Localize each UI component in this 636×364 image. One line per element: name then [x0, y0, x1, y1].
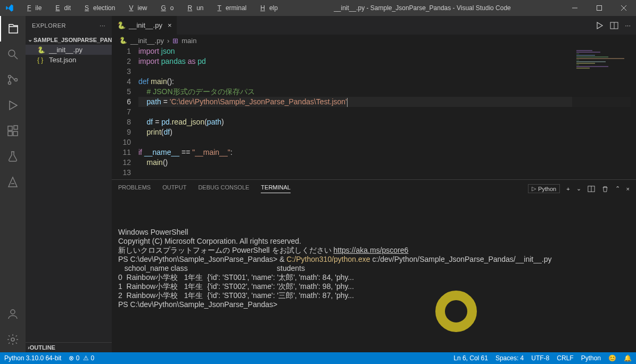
terminal-profile[interactable]: ▷ Python	[528, 184, 560, 193]
file-name: __init__.py	[49, 46, 82, 54]
editor-tab[interactable]: 🐍 __init__.py ×	[112, 16, 177, 35]
run-icon[interactable]	[595, 21, 604, 30]
menu-go[interactable]: Go	[152, 2, 178, 14]
eol[interactable]: CRLF	[557, 354, 573, 362]
file-item[interactable]: 🐍__init__.py	[26, 45, 112, 55]
caret-right-icon: ▷	[532, 185, 536, 192]
svg-point-7	[9, 82, 11, 85]
notifications-icon[interactable]: 🔔	[624, 354, 632, 362]
file-icon: { }	[37, 56, 46, 64]
panel-tab-output[interactable]: OUTPUT	[162, 184, 186, 193]
code-editor[interactable]: 12345678910111213 import jsonimport pand…	[112, 46, 636, 179]
terminal-shell-name: Python	[538, 186, 556, 192]
extensions-icon[interactable]	[0, 118, 26, 144]
feedback-icon[interactable]: 😊	[608, 354, 616, 362]
terminal-line: school_name class students	[118, 264, 630, 273]
search-icon[interactable]	[0, 42, 26, 67]
minimap[interactable]	[572, 46, 636, 179]
highlight-circle	[435, 291, 477, 332]
project-folder[interactable]: ⌄ SAMPLE_JSONPARSE_PAN...	[26, 35, 112, 45]
svg-rect-12	[14, 126, 18, 129]
close-button[interactable]	[612, 0, 636, 16]
activitybar	[0, 16, 26, 352]
svg-rect-11	[13, 131, 18, 136]
terminal-line: 新しいクロスプラットフォームの PowerShell をお試しください http…	[118, 246, 630, 255]
panel: PROBLEMSOUTPUTDEBUG CONSOLETERMINAL ▷ Py…	[112, 179, 636, 352]
terminal-dropdown-icon[interactable]: ⌄	[576, 185, 581, 192]
warning-icon: ⚠	[83, 354, 89, 362]
python-file-icon: 🐍	[117, 21, 126, 29]
menu-terminal[interactable]: Terminal	[209, 2, 251, 14]
menu-selection[interactable]: Selection	[76, 2, 119, 14]
new-terminal-icon[interactable]: +	[566, 186, 569, 192]
azure-icon[interactable]	[0, 169, 26, 195]
line-numbers: 12345678910111213	[112, 46, 138, 179]
svg-point-8	[15, 79, 18, 81]
split-editor-icon[interactable]	[610, 21, 618, 30]
svg-line-5	[14, 56, 18, 59]
statusbar: Python 3.10.0 64-bit ⊗ 0 ⚠ 0 Ln 6, Col 6…	[0, 352, 636, 364]
editor-tabs: 🐍 __init__.py × ···	[112, 16, 636, 35]
panel-tab-debug-console[interactable]: DEBUG CONSOLE	[198, 184, 249, 193]
terminal-line: Windows PowerShell	[118, 228, 630, 237]
breadcrumb[interactable]: 🐍 __init__.py › ⊞ main	[112, 35, 636, 46]
project-name: SAMPLE_JSONPARSE_PAN...	[34, 37, 117, 43]
split-terminal-icon[interactable]	[588, 185, 595, 193]
explorer-icon[interactable]	[0, 16, 26, 42]
file-icon: 🐍	[37, 46, 46, 54]
panel-tab-problems[interactable]: PROBLEMS	[118, 184, 151, 193]
file-name: Test.json	[49, 56, 76, 64]
encoding[interactable]: UTF-8	[531, 354, 549, 362]
menu-run[interactable]: Run	[179, 2, 208, 14]
close-panel-icon[interactable]: ×	[626, 186, 630, 192]
maximize-panel-icon[interactable]: ⌃	[615, 185, 620, 192]
panel-tabs: PROBLEMSOUTPUTDEBUG CONSOLETERMINAL ▷ Py…	[112, 180, 636, 197]
menu-view[interactable]: View	[120, 2, 151, 14]
minimize-button[interactable]	[563, 0, 587, 16]
svg-rect-10	[8, 131, 12, 136]
menu-edit[interactable]: Edit	[47, 2, 75, 14]
terminal-line: 2 Rainbow小学校 1年生 {'id': 'ST003', 'name':…	[118, 291, 630, 300]
menu-file[interactable]: File	[19, 2, 46, 14]
breadcrumb-symbol[interactable]: main	[181, 37, 196, 45]
cursor-position[interactable]: Ln 6, Col 61	[453, 354, 488, 362]
outline-label: OUTLINE	[30, 344, 55, 351]
accounts-icon[interactable]	[0, 301, 26, 327]
svg-point-6	[9, 76, 11, 78]
menu-help[interactable]: Help	[252, 2, 282, 14]
svg-point-13	[11, 310, 15, 314]
titlebar: FileEditSelectionViewGoRunTerminalHelp _…	[0, 0, 636, 16]
maximize-button[interactable]	[587, 0, 612, 16]
file-item[interactable]: { }Test.json	[26, 55, 112, 65]
close-tab-icon[interactable]: ×	[168, 21, 172, 29]
explorer-title: EXPLORER	[32, 22, 66, 29]
terminal-content[interactable]: Windows PowerShellCopyright (C) Microsof…	[112, 197, 636, 352]
svg-point-4	[9, 50, 15, 56]
vscode-logo-icon	[0, 4, 19, 12]
chevron-right-icon: ›	[167, 37, 169, 45]
settings-icon[interactable]	[0, 327, 26, 352]
terminal-line: Copyright (C) Microsoft Corporation. All…	[118, 237, 630, 246]
source-control-icon[interactable]	[0, 67, 26, 93]
breadcrumb-file[interactable]: __init__.py	[130, 37, 164, 45]
more-actions-icon[interactable]: ···	[625, 21, 631, 29]
indentation[interactable]: Spaces: 4	[495, 354, 524, 362]
code-content[interactable]: import jsonimport pandas as pddef main()…	[138, 46, 636, 179]
error-icon: ⊗	[69, 354, 74, 362]
language-mode[interactable]: Python	[581, 354, 601, 362]
panel-tab-terminal[interactable]: TERMINAL	[261, 184, 291, 193]
testing-icon[interactable]	[0, 144, 26, 169]
editor-group: 🐍 __init__.py × ··· 🐍 __init__.py › ⊞ ma…	[112, 16, 636, 352]
kill-terminal-icon[interactable]	[601, 185, 609, 193]
menubar: FileEditSelectionViewGoRunTerminalHelp	[19, 2, 282, 14]
run-debug-icon[interactable]	[0, 93, 26, 118]
python-version[interactable]: Python 3.10.0 64-bit	[4, 354, 61, 362]
python-file-icon: 🐍	[119, 37, 127, 44]
more-icon[interactable]: ···	[100, 22, 105, 29]
terminal-line: PS C:\dev\Python\Sample_JsonParse_Pandas…	[118, 300, 630, 309]
outline-section[interactable]: › OUTLINE	[26, 342, 112, 352]
svg-rect-1	[597, 6, 602, 11]
terminal-actions: ▷ Python + ⌄ ⌃ ×	[528, 184, 630, 193]
problems-status[interactable]: ⊗ 0 ⚠ 0	[69, 354, 94, 362]
chevron-down-icon: ⌄	[28, 36, 32, 43]
